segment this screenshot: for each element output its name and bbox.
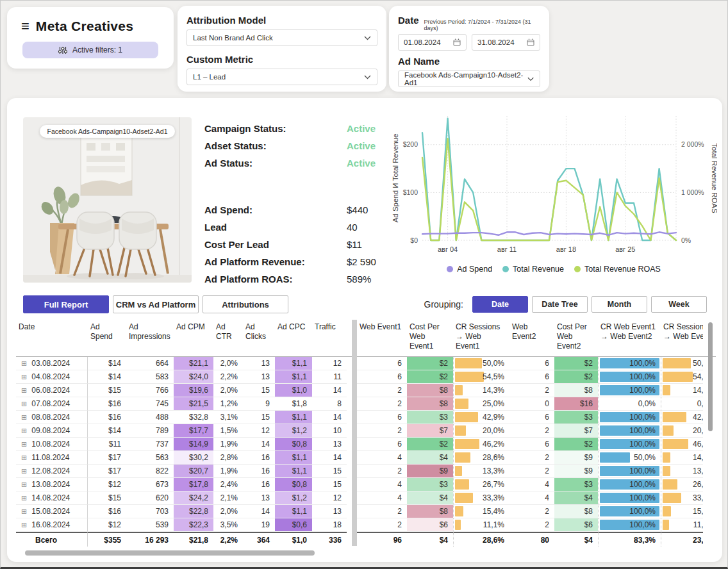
column-header[interactable]: Web Event1 <box>357 320 407 351</box>
calendar-icon[interactable] <box>453 38 461 46</box>
date-cell: ⊞12.08.2024 <box>16 465 88 478</box>
cost-per-web-event2-cell: $2 <box>554 370 598 384</box>
expand-row-icon[interactable]: ⊞ <box>21 522 27 529</box>
column-header[interactable]: Date <box>16 320 88 356</box>
legend-item-ad-spend[interactable]: Ad Spend <box>447 265 492 274</box>
active-filters-button[interactable]: Active filters: 1 <box>22 42 158 58</box>
orange-bar <box>455 412 478 422</box>
ad-spend-cell: $17 <box>88 451 126 465</box>
web-event2-cell: 80 <box>509 532 554 547</box>
traffic-cell: 12 <box>312 491 347 505</box>
cost-per-web-event2-cell: $4 <box>554 532 598 547</box>
ad-spend-value: $440 <box>347 204 368 215</box>
grouping-date-tree-button[interactable]: Date Tree <box>532 296 588 313</box>
ad-impressions-cell: 488 <box>126 411 174 424</box>
ad-cpc-cell: $1,1 <box>275 411 312 424</box>
attribution-model-label: Attribution Model <box>186 15 377 26</box>
ad-spend-cell: $12 <box>88 478 126 491</box>
tab-full-report[interactable]: Full Report <box>23 295 109 313</box>
orange-bar <box>663 425 674 436</box>
expand-row-icon[interactable]: ⊞ <box>21 374 27 381</box>
expand-row-icon[interactable]: ⊞ <box>21 400 27 408</box>
column-header[interactable]: CR Web Event1 → Web Event2 <box>598 320 661 351</box>
column-header[interactable]: CR Sessions → Web Event1 <box>453 320 509 351</box>
web-event2-cell: 4 <box>509 491 554 505</box>
grouping-label: Grouping: <box>424 299 463 309</box>
column-header[interactable]: Web Event2 <box>509 320 554 351</box>
legend-item-total-revenue[interactable]: Total Revenue <box>502 265 564 274</box>
tab-crm-vs-ad-platform[interactable]: CRM vs Ad Platform <box>113 295 199 313</box>
ad-impressions-cell: 745 <box>126 397 174 411</box>
legend-item-total-revenue-roas[interactable]: Total Revenue ROAS <box>574 265 661 274</box>
cr-sessions-web-event1-cell: 20,0% <box>453 424 509 438</box>
status-row: Ad Status:Active <box>204 154 395 172</box>
column-header[interactable]: Ad Clicks <box>243 320 275 356</box>
grouping-controls: Grouping: Date Date Tree Month Week <box>424 296 707 313</box>
expand-row-icon[interactable]: ⊞ <box>21 414 27 421</box>
expand-row-icon[interactable]: ⊞ <box>21 441 27 448</box>
ad-ctr-cell: 2,0% <box>213 357 243 370</box>
hamburger-menu-icon[interactable]: ≡ <box>21 19 29 33</box>
column-header[interactable]: Ad CPM <box>174 320 213 356</box>
cost-per-web-event1-cell: $4 <box>407 491 453 505</box>
ad-spend-cell: $17 <box>88 465 126 478</box>
cost-per-web-event1-cell: $2 <box>407 370 453 384</box>
ad-platform-revenue-label: Ad Platform Revenue: <box>204 256 347 267</box>
expand-row-icon[interactable]: ⊞ <box>21 508 27 515</box>
date-from-input[interactable]: 01.08.2024 <box>398 34 467 51</box>
cost-per-web-event2-cell: $9 <box>554 465 598 478</box>
column-header[interactable]: Cost Per Web Event1 <box>407 320 453 351</box>
horizontal-scrollbar[interactable] <box>25 550 315 556</box>
custom-metric-select[interactable]: L1 – Lead <box>186 69 377 85</box>
ad-spend-cell: $14 <box>88 370 126 384</box>
expand-row-icon[interactable]: ⊞ <box>21 427 27 434</box>
web-event1-cell: 96 <box>357 532 407 547</box>
column-header[interactable]: Cost Per Web Event2 <box>554 320 598 351</box>
cost-per-web-event1-cell: $8 <box>407 384 453 397</box>
grouping-week-button[interactable]: Week <box>651 296 707 313</box>
attribution-model-select[interactable]: Last Non Brand Ad Click <box>186 29 377 46</box>
ad-clicks-cell: 19 <box>243 518 275 532</box>
web-event2-cell: 2 <box>509 518 554 532</box>
column-header[interactable]: Ad CTR <box>213 320 243 356</box>
expand-row-icon[interactable]: ⊞ <box>21 454 27 461</box>
expand-row-icon[interactable]: ⊞ <box>21 387 27 394</box>
expand-row-icon[interactable]: ⊞ <box>21 360 27 367</box>
ad-cpc-cell: $0,6 <box>275 518 312 532</box>
cost-per-web-event1-cell: $9 <box>407 465 453 478</box>
custom-metric-value: L1 – Lead <box>193 73 226 81</box>
date-to-input[interactable]: 31.08.2024 <box>472 34 540 51</box>
grouping-date-button[interactable]: Date <box>472 296 528 313</box>
column-header[interactable]: CR Sessions → Web Event2 <box>661 320 703 351</box>
ad-impressions-cell: 673 <box>126 478 174 491</box>
table-row: ⊞08.08.2024$16488$32,83,1%15$1,1146$342,… <box>16 411 716 424</box>
cost-per-web-event1-cell: $4 <box>407 532 453 547</box>
cr-sessions-web-event1-cell: 25,0% <box>453 397 509 411</box>
orange-bar <box>663 493 681 503</box>
column-header[interactable]: Ad Impressions <box>126 320 174 356</box>
cr-sessions-web-event2-cell: 50,0% <box>661 357 703 370</box>
web-event1-cell: 2 <box>357 505 407 518</box>
vertical-scrollbar[interactable] <box>708 322 713 431</box>
orange-bar <box>663 520 669 530</box>
calendar-icon[interactable] <box>527 38 534 46</box>
column-header[interactable]: Traffic <box>312 320 347 356</box>
date-cell: ⊞06.08.2024 <box>16 384 88 397</box>
metric-row: Lead40 <box>204 219 395 236</box>
ad-name-select[interactable]: Facebook Ads-Campaign10-Adset2-Ad1 <box>398 70 540 87</box>
cost-per-web-event2-cell: $2 <box>554 438 598 451</box>
web-event2-cell: 6 <box>509 357 554 370</box>
expand-row-icon[interactable]: ⊞ <box>21 495 27 502</box>
y-right-axis-title: Total Revenue ROAS <box>711 143 717 213</box>
expand-row-icon[interactable]: ⊞ <box>21 481 27 488</box>
expand-row-icon[interactable]: ⊞ <box>21 468 27 475</box>
column-header[interactable]: Ad CPC <box>275 320 312 356</box>
grouping-month-button[interactable]: Month <box>592 296 647 313</box>
traffic-cell: 13 <box>312 438 347 451</box>
web-event2-cell: 2 <box>509 384 554 397</box>
cr-sessions-web-event1-cell: 33,3% <box>453 491 509 505</box>
column-header[interactable]: Ad Spend <box>88 320 126 356</box>
tab-attributions[interactable]: Attributions <box>203 295 288 313</box>
ad-ctr-cell: 1,2% <box>213 397 243 411</box>
web-event1-cell: 2 <box>357 384 407 397</box>
